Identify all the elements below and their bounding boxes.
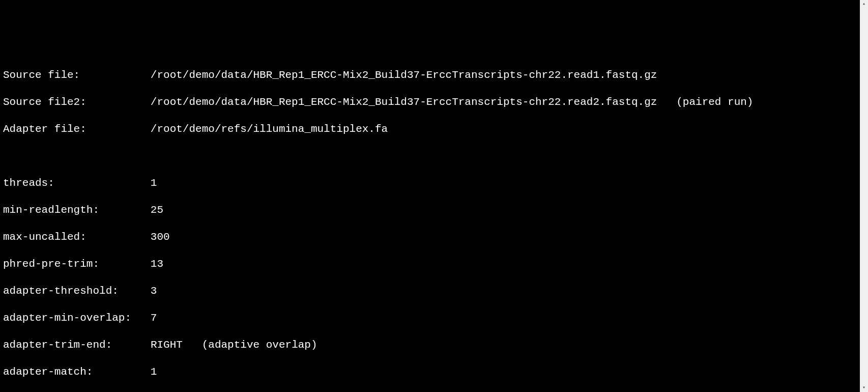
- adapter-min-overlap-value: 7: [151, 312, 157, 324]
- adapter-trim-end-label: adapter-trim-end:: [3, 339, 112, 351]
- source-file2-note: (paired run): [676, 96, 753, 108]
- adapter-threshold-label: adapter-threshold:: [3, 285, 119, 297]
- source-file-value: /root/demo/data/HBR_Rep1_ERCC-Mix2_Build…: [151, 69, 657, 81]
- blank-line: [3, 150, 865, 163]
- max-uncalled-value: 300: [151, 231, 170, 243]
- adapter-match-label: adapter-match:: [3, 366, 93, 378]
- max-uncalled-line: max-uncalled: 300: [3, 231, 865, 244]
- source-file2-line: Source file2: /root/demo/data/HBR_Rep1_E…: [3, 96, 865, 109]
- adapter-min-overlap-label: adapter-min-overlap:: [3, 312, 131, 324]
- source-file2-value: /root/demo/data/HBR_Rep1_ERCC-Mix2_Build…: [151, 96, 657, 108]
- adapter-threshold-value: 3: [151, 285, 157, 297]
- adapter-threshold-line: adapter-threshold: 3: [3, 285, 865, 298]
- phred-pre-trim-value: 13: [151, 258, 163, 270]
- min-readlength-value: 25: [151, 204, 163, 216]
- threads-value: 1: [151, 177, 157, 189]
- adapter-trim-end-value: RIGHT: [151, 339, 183, 351]
- adapter-match-line: adapter-match: 1: [3, 366, 865, 379]
- source-file-label: Source file:: [3, 69, 80, 81]
- source-file2-label: Source file2:: [3, 96, 86, 108]
- adapter-file-label: Adapter file:: [3, 123, 86, 135]
- scrollbar-down-button[interactable]: ▾: [860, 384, 868, 392]
- max-uncalled-label: max-uncalled:: [3, 231, 86, 243]
- scrollbar-up-button[interactable]: ▴: [860, 0, 868, 8]
- phred-pre-trim-line: phred-pre-trim: 13: [3, 258, 865, 271]
- adapter-file-value: /root/demo/refs/illumina_multiplex.fa: [151, 123, 388, 135]
- adapter-min-overlap-line: adapter-min-overlap: 7: [3, 312, 865, 325]
- adapter-file-line: Adapter file: /root/demo/refs/illumina_m…: [3, 123, 865, 136]
- adapter-trim-end-note: (adaptive overlap): [202, 339, 317, 351]
- scrollbar[interactable]: ▴ ▾: [860, 0, 868, 392]
- adapter-match-value: 1: [151, 366, 157, 378]
- min-readlength-line: min-readlength: 25: [3, 204, 865, 217]
- threads-label: threads:: [3, 177, 54, 189]
- terminal-output[interactable]: Source file: /root/demo/data/HBR_Rep1_ER…: [3, 55, 865, 392]
- min-readlength-label: min-readlength:: [3, 204, 99, 216]
- threads-line: threads: 1: [3, 177, 865, 190]
- adapter-trim-end-line: adapter-trim-end: RIGHT (adaptive overla…: [3, 339, 865, 352]
- source-file-line: Source file: /root/demo/data/HBR_Rep1_ER…: [3, 69, 865, 82]
- phred-pre-trim-label: phred-pre-trim:: [3, 258, 99, 270]
